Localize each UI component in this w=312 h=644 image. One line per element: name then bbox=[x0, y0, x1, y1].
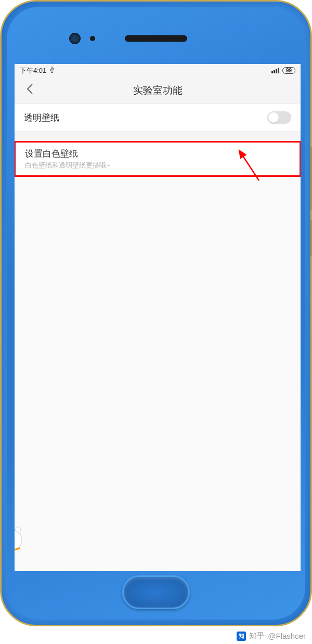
setting-subtitle: 白色壁纸和透明壁纸更搭哦~ bbox=[25, 161, 290, 170]
setting-row-white-wallpaper[interactable]: 设置白色壁纸 白色壁纸和透明壁纸更搭哦~ bbox=[15, 141, 301, 177]
phone-frame: 下午4:01 99 实验室功能 透明壁纸 bbox=[0, 0, 312, 626]
watermark-author: @Flashcer bbox=[268, 632, 306, 640]
page-title: 实验室功能 bbox=[15, 84, 301, 97]
empty-content-area bbox=[15, 177, 301, 571]
status-bar: 下午4:01 99 bbox=[15, 64, 301, 77]
battery-indicator: 99 bbox=[282, 67, 295, 74]
setting-row-transparent-wallpaper[interactable]: 透明壁纸 bbox=[15, 104, 301, 132]
back-button[interactable] bbox=[21, 81, 38, 100]
watermark: 知 知乎 @Flashcer bbox=[237, 631, 306, 641]
proximity-sensor bbox=[90, 36, 95, 41]
phone-screen: 下午4:01 99 实验室功能 透明壁纸 bbox=[15, 64, 301, 571]
zhihu-logo-icon: 知 bbox=[237, 632, 246, 641]
mascot-icon bbox=[15, 524, 28, 556]
home-button[interactable] bbox=[122, 575, 190, 609]
usb-icon bbox=[49, 67, 55, 74]
toggle-knob bbox=[268, 112, 279, 123]
page-header: 实验室功能 bbox=[15, 77, 301, 104]
svg-point-2 bbox=[15, 531, 22, 549]
earpiece-speaker bbox=[125, 35, 187, 42]
setting-label: 透明壁纸 bbox=[24, 112, 59, 124]
watermark-platform: 知乎 bbox=[249, 631, 265, 641]
svg-point-4 bbox=[16, 527, 21, 532]
section-spacer bbox=[15, 132, 301, 141]
status-time: 下午4:01 bbox=[20, 66, 46, 75]
signal-icon bbox=[271, 68, 279, 73]
svg-point-0 bbox=[51, 67, 53, 68]
toggle-transparent-wallpaper[interactable] bbox=[267, 111, 291, 124]
front-camera bbox=[69, 33, 81, 44]
setting-title: 设置白色壁纸 bbox=[25, 148, 290, 160]
